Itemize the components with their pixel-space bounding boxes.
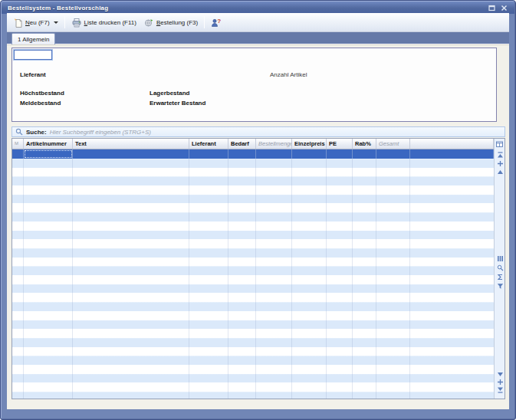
selected-row-cell[interactable]	[12, 149, 24, 159]
search-bar[interactable]: Suche: Hier Suchbegriff eingeben (STRG+S…	[12, 126, 505, 137]
content-area: Lieferant Anzahl Artikel Höchstbestand L…	[7, 44, 509, 409]
erwarteter-bestand-label: Erwarteter Bestand	[150, 100, 205, 107]
selected-row[interactable]	[12, 149, 494, 159]
column-header-blank[interactable]	[410, 139, 494, 149]
column-header-pe[interactable]: PE	[327, 139, 353, 149]
client-area: Neu (F7) Liste drucken (F11) Bestellung …	[7, 13, 509, 409]
toolbar: Neu (F7) Liste drucken (F11) Bestellung …	[7, 13, 509, 32]
scroll-up-icon[interactable]	[496, 168, 504, 176]
column-header-text[interactable]: Text	[73, 139, 189, 149]
anzahl-artikel-label: Anzahl Artikel	[270, 71, 307, 78]
customize-columns-icon[interactable]	[496, 140, 504, 148]
tab-allgemein-label: 1 Allgemein	[18, 36, 49, 43]
tab-strip: 1 Allgemein	[7, 32, 509, 44]
column-header-rab-[interactable]: Rab%	[353, 139, 376, 149]
svg-text:?: ?	[217, 18, 221, 25]
order-button-label: Bestellung (F3)	[156, 19, 198, 26]
empty-rows	[12, 159, 494, 399]
scroll-to-top-icon[interactable]	[496, 151, 504, 159]
lieferant-label: Lieferant	[20, 71, 46, 78]
grid-side-strip	[494, 139, 504, 399]
search-icon	[15, 128, 23, 136]
lagerbestand-label: Lagerbestand	[150, 90, 189, 97]
scroll-down-icon[interactable]	[496, 370, 504, 378]
column-header-m[interactable]: M	[12, 139, 24, 149]
selected-row-cell[interactable]	[256, 149, 292, 159]
selected-row-cell[interactable]	[353, 149, 376, 159]
search-label: Suche:	[26, 129, 47, 136]
tab-allgemein[interactable]: 1 Allgemein	[12, 33, 55, 44]
meldebestand-label: Meldebestand	[20, 100, 61, 107]
column-header-bestellmenge[interactable]: Bestellmenge	[256, 139, 292, 149]
window-title: Bestellsystem - Bestellvorschlag	[2, 5, 108, 11]
sum-icon[interactable]	[496, 273, 504, 281]
selected-row-cell[interactable]	[228, 149, 256, 159]
grid-body[interactable]	[12, 149, 494, 399]
help-button[interactable]: ?	[207, 16, 225, 29]
selected-row-cell[interactable]	[327, 149, 353, 159]
selected-row-cell[interactable]	[189, 149, 228, 159]
selected-row-cell[interactable]	[73, 149, 189, 159]
column-header-gesamt[interactable]: Gesamt	[376, 139, 410, 149]
scroll-to-bottom-icon[interactable]	[496, 386, 504, 393]
toolbar-separator	[64, 16, 65, 28]
hoechstbestand-label: Höchstbestand	[20, 90, 64, 97]
toolbar-separator	[204, 16, 205, 28]
order-globe-icon	[144, 18, 154, 28]
column-header-lieferant[interactable]: Lieferant	[189, 139, 228, 149]
application-window: Bestellsystem - Bestellvorschlag Neu (F7…	[0, 0, 516, 420]
search-input[interactable]: Hier Suchbegriff eingeben (STRG+S)	[50, 129, 151, 136]
selected-row-cell[interactable]	[410, 149, 494, 159]
selected-row-cell[interactable]	[376, 149, 410, 159]
column-header-artikelnummer[interactable]: Artikelnummer	[24, 139, 73, 149]
new-button-label: Neu (F7)	[25, 19, 50, 26]
chevron-down-icon[interactable]	[54, 21, 58, 24]
expand-icon[interactable]	[496, 159, 504, 167]
columns-view-icon[interactable]	[496, 254, 504, 262]
printer-icon	[71, 18, 82, 28]
selected-row-cell[interactable]	[24, 149, 73, 159]
selected-row-cell[interactable]	[292, 149, 327, 159]
titlebar: Bestellsystem - Bestellvorschlag	[2, 2, 514, 14]
column-header-einzelpreis[interactable]: Einzelpreis	[292, 139, 327, 149]
form-panel: Lieferant Anzahl Artikel Höchstbestand L…	[12, 48, 497, 122]
order-button[interactable]: Bestellung (F3)	[140, 16, 202, 29]
restore-icon[interactable]	[488, 4, 495, 11]
articles-grid: MArtikelnummerTextLieferantBedarfBestell…	[12, 138, 505, 399]
print-list-button-label: Liste drucken (F11)	[84, 19, 136, 26]
new-document-icon	[14, 18, 23, 28]
filter-icon[interactable]	[496, 282, 504, 290]
supplier-input[interactable]	[14, 50, 52, 60]
help-person-icon: ?	[211, 18, 221, 28]
grid-header: MArtikelnummerTextLieferantBedarfBestell…	[12, 139, 494, 149]
print-list-button[interactable]: Liste drucken (F11)	[67, 16, 140, 29]
collapse-icon[interactable]	[496, 378, 504, 386]
close-icon[interactable]	[500, 4, 508, 11]
column-header-bedarf[interactable]: Bedarf	[228, 139, 256, 149]
search-icon[interactable]	[496, 264, 504, 271]
new-button[interactable]: Neu (F7)	[10, 16, 62, 29]
